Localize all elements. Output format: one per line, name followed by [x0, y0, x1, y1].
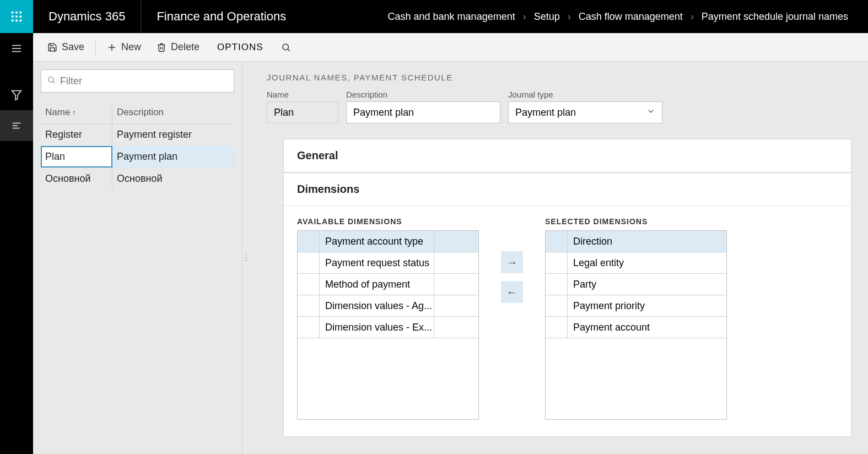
- save-icon: [47, 42, 57, 52]
- row-name: Основной: [41, 168, 112, 190]
- svg-rect-4: [15, 15, 18, 18]
- chevron-right-icon: ›: [523, 11, 526, 23]
- row-selector[interactable]: [298, 317, 320, 338]
- chevron-right-icon: ›: [568, 11, 571, 23]
- move-left-button[interactable]: ←: [501, 281, 523, 303]
- fasttab-dimensions: Dimensions AVAILABLE DIMENSIONS Payment …: [283, 173, 851, 437]
- separator: [95, 40, 96, 55]
- app-launcher-button[interactable]: [0, 0, 33, 33]
- breadcrumb-item[interactable]: Setup: [534, 11, 560, 23]
- list-icon: [10, 120, 23, 132]
- arrow-right-icon: →: [506, 256, 517, 269]
- row-selector[interactable]: [546, 252, 568, 273]
- save-label: Save: [62, 41, 84, 53]
- row-name: Plan: [41, 146, 112, 167]
- brand-label[interactable]: Dynamics 365: [33, 0, 141, 33]
- svg-line-21: [53, 82, 55, 83]
- desc-field[interactable]: Payment plan: [346, 101, 500, 123]
- row-selector[interactable]: [546, 231, 568, 252]
- row-selector[interactable]: [298, 274, 320, 295]
- funnel-icon: [10, 89, 23, 101]
- header-fields: Name Plan Description Payment plan Journ…: [267, 90, 851, 123]
- fasttab-general: General: [283, 139, 851, 173]
- list-item[interactable]: Payment account: [546, 317, 726, 338]
- svg-rect-7: [15, 20, 18, 22]
- new-button[interactable]: New: [100, 39, 148, 55]
- left-rail: [0, 33, 33, 454]
- list-item-label: Dimension values - Ag...: [320, 295, 434, 316]
- grid-body: RegisterPayment registerPlanPayment plan…: [41, 124, 234, 190]
- available-dims-title: AVAILABLE DIMENSIONS: [297, 217, 479, 226]
- page-title: JOURNAL NAMES, PAYMENT SCHEDULE: [267, 73, 851, 82]
- list-item[interactable]: Method of payment: [298, 274, 478, 295]
- search-button[interactable]: [274, 40, 298, 55]
- breadcrumb: Cash and bank management › Setup › Cash …: [388, 11, 868, 23]
- svg-point-20: [48, 77, 53, 82]
- table-row[interactable]: RegisterPayment register: [41, 124, 234, 146]
- delete-label: Delete: [171, 41, 200, 53]
- plus-icon: [107, 42, 117, 52]
- list-item-label: Legal entity: [568, 252, 726, 273]
- list-item-label: Direction: [568, 231, 726, 252]
- list-item-label: Payment account type: [320, 231, 434, 252]
- fasttab-dimensions-header[interactable]: Dimensions: [284, 173, 851, 206]
- top-bar: Dynamics 365 Finance and Operations Cash…: [0, 0, 868, 33]
- list-item[interactable]: Dimension values - Ag...: [298, 295, 478, 317]
- col-header-name[interactable]: Name↑: [41, 101, 112, 123]
- nav-filter-button[interactable]: [0, 79, 33, 110]
- delete-button[interactable]: Delete: [150, 39, 206, 55]
- drag-dots-icon: ⋮: [242, 257, 251, 259]
- row-selector[interactable]: [298, 231, 320, 252]
- list-item[interactable]: Legal entity: [546, 252, 726, 274]
- nav-hamburger-button[interactable]: [0, 33, 33, 64]
- fasttab-general-header[interactable]: General: [284, 139, 851, 172]
- list-item[interactable]: Dimension values - Ex...: [298, 317, 478, 338]
- row-desc: Payment plan: [112, 146, 234, 167]
- available-dims-list[interactable]: Payment account typePayment request stat…: [297, 230, 479, 420]
- row-selector[interactable]: [298, 295, 320, 316]
- hamburger-icon: [10, 42, 23, 55]
- breadcrumb-item[interactable]: Cash and bank management: [388, 11, 515, 23]
- new-label: New: [121, 41, 141, 53]
- row-desc: Основной: [112, 168, 234, 190]
- table-row[interactable]: PlanPayment plan: [41, 146, 234, 168]
- list-item[interactable]: Payment priority: [546, 295, 726, 317]
- row-selector[interactable]: [546, 317, 568, 338]
- sort-asc-icon: ↑: [72, 108, 76, 117]
- list-item-label: Payment priority: [568, 295, 726, 316]
- list-item[interactable]: Payment account type: [298, 231, 478, 252]
- arrow-left-icon: ←: [506, 286, 517, 299]
- journal-type-select[interactable]: Payment plan: [508, 101, 662, 123]
- row-selector[interactable]: [298, 252, 320, 273]
- list-item[interactable]: Direction: [546, 231, 726, 252]
- list-item-label: Method of payment: [320, 274, 434, 295]
- selected-dims-title: SELECTED DIMENSIONS: [545, 217, 727, 226]
- list-item[interactable]: Party: [546, 274, 726, 295]
- waffle-icon: [10, 10, 23, 23]
- name-label: Name: [267, 90, 338, 99]
- list-item[interactable]: Payment request status: [298, 252, 478, 274]
- table-row[interactable]: ОсновнойОсновной: [41, 168, 234, 190]
- selected-dims-list[interactable]: DirectionLegal entityPartyPayment priori…: [545, 230, 727, 420]
- filter-input[interactable]: [60, 75, 228, 87]
- breadcrumb-item[interactable]: Cash flow management: [579, 11, 683, 23]
- save-button[interactable]: Save: [41, 39, 91, 55]
- nav-list-button[interactable]: [0, 110, 33, 141]
- row-selector[interactable]: [546, 274, 568, 295]
- svg-rect-0: [12, 12, 14, 14]
- desc-label: Description: [346, 90, 500, 99]
- action-bar: Save New Delete OPTIONS: [33, 33, 868, 62]
- filter-box[interactable]: [41, 69, 234, 93]
- list-item-label: Payment request status: [320, 252, 434, 273]
- splitter-handle[interactable]: ⋮: [242, 62, 250, 454]
- svg-rect-6: [12, 20, 14, 22]
- col-header-desc[interactable]: Description: [112, 101, 234, 123]
- detail-pane: JOURNAL NAMES, PAYMENT SCHEDULE Name Pla…: [250, 62, 868, 454]
- breadcrumb-item[interactable]: Payment schedule journal names: [702, 11, 848, 23]
- options-button[interactable]: OPTIONS: [208, 40, 272, 55]
- list-item-label: Party: [568, 274, 726, 295]
- name-field: Plan: [267, 101, 338, 123]
- row-selector[interactable]: [546, 295, 568, 316]
- move-right-button[interactable]: →: [501, 251, 523, 273]
- svg-rect-8: [20, 20, 22, 22]
